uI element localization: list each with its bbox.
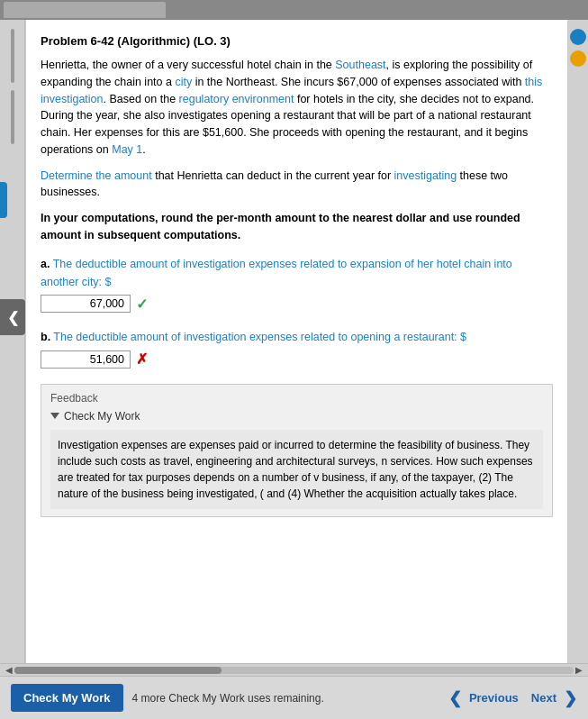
question-a-text: The deductible amount of investigation e… xyxy=(41,258,512,288)
feedback-title: Feedback xyxy=(50,392,543,405)
question-b-text: The deductible amount of investigation e… xyxy=(53,331,466,343)
content-area: ❮ Problem 6-42 (Algorithmic) (LO. 3) Hen… xyxy=(0,20,588,663)
feedback-content: Investigation expenses are expenses paid… xyxy=(50,430,543,509)
question-b: b. The deductible amount of investigatio… xyxy=(41,328,553,371)
next-chevron-icon: ❯ xyxy=(564,688,577,708)
left-sidebar: ❮ xyxy=(0,20,25,663)
remaining-text: 4 more Check My Work uses remaining. xyxy=(132,692,448,705)
previous-button[interactable]: Previous xyxy=(464,687,524,708)
answer-b-xmark: ✗ xyxy=(136,348,148,371)
main-content: Problem 6-42 (Algorithmic) (LO. 3) Henri… xyxy=(25,20,568,663)
answer-a-group: ✓ xyxy=(41,293,553,316)
problem-text-2: Determine the amount that Henrietta can … xyxy=(41,168,553,202)
sidebar-line-1 xyxy=(11,29,14,83)
question-a-label: a. xyxy=(41,258,50,270)
sidebar-line-2 xyxy=(11,90,14,144)
answer-a-checkmark: ✓ xyxy=(136,293,148,316)
nav-buttons: ❮ Previous Next ❯ xyxy=(448,687,577,708)
scrollbar-area: ◀ ▶ xyxy=(0,663,588,676)
scroll-right-arrow[interactable]: ▶ xyxy=(574,665,584,676)
blue-tab[interactable] xyxy=(0,182,7,218)
scroll-left-arrow[interactable]: ◀ xyxy=(4,665,14,676)
right-sidebar xyxy=(568,20,588,663)
feedback-box: Feedback Check My Work Investigation exp… xyxy=(41,384,553,517)
top-bar-tab xyxy=(4,2,166,18)
check-my-work-button[interactable]: Check My Work xyxy=(11,684,123,712)
next-button[interactable]: Next xyxy=(526,687,562,708)
right-icon-orange[interactable] xyxy=(570,50,586,67)
check-my-work-header: Check My Work xyxy=(50,410,543,423)
scroll-thumb[interactable] xyxy=(14,667,222,674)
prev-chevron-icon: ❮ xyxy=(448,688,462,708)
back-arrow-icon: ❮ xyxy=(7,309,19,326)
answer-b-group: ✗ xyxy=(41,348,553,371)
problem-title: Problem 6-42 (Algorithmic) (LO. 3) xyxy=(41,34,553,48)
instruction-text: In your computations, round the per-mont… xyxy=(41,210,553,244)
scroll-track[interactable] xyxy=(14,667,574,674)
right-icon-blue[interactable] xyxy=(570,29,586,45)
question-b-label: b. xyxy=(41,331,50,343)
answer-a-input[interactable] xyxy=(41,295,131,313)
main-container: ❮ Problem 6-42 (Algorithmic) (LO. 3) Hen… xyxy=(0,0,588,719)
question-a: a. The deductible amount of investigatio… xyxy=(41,255,553,316)
top-bar xyxy=(0,0,588,20)
answer-b-input[interactable] xyxy=(41,350,131,369)
bottom-bar: Check My Work 4 more Check My Work uses … xyxy=(0,676,588,719)
problem-text-1: Henrietta, the owner of a very successfu… xyxy=(41,57,553,159)
check-work-label: Check My Work xyxy=(64,410,140,423)
nav-back-button[interactable]: ❮ xyxy=(0,299,25,335)
triangle-down-icon xyxy=(50,413,59,419)
